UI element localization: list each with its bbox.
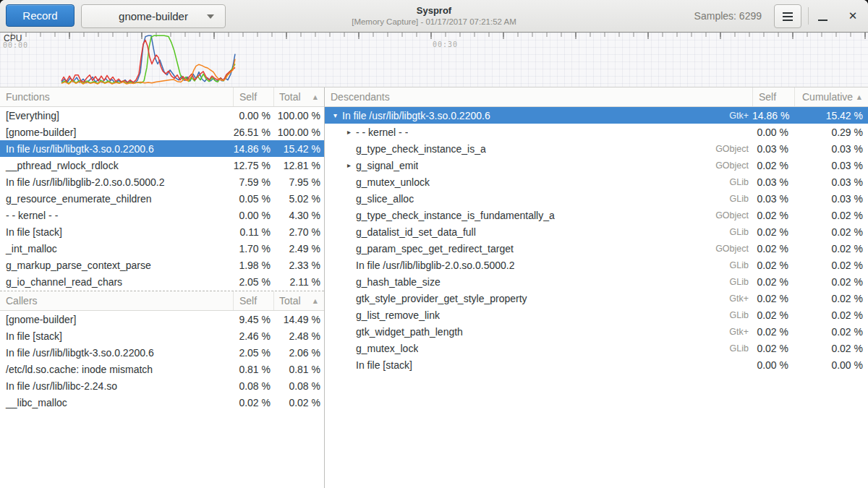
table-row[interactable]: _int_malloc1.70 %2.49 % xyxy=(0,240,324,257)
table-row[interactable]: g_param_spec_get_redirect_targetGObject0… xyxy=(325,240,868,257)
cumulative-percent: 0.03 % xyxy=(794,176,868,188)
table-row[interactable]: g_mutex_lockGLib0.02 %0.02 % xyxy=(325,340,868,356)
table-row[interactable]: In file /usr/lib/libgtk-3.so.0.2200.62.0… xyxy=(0,344,324,361)
table-row[interactable]: - - kernel - -0.00 %4.30 % xyxy=(0,207,324,223)
descendants-table-header: Descendants Self Cumulative ▲ xyxy=(325,87,868,107)
table-row[interactable]: In file [stack]0.00 %0.00 % xyxy=(325,356,868,373)
table-row[interactable]: g_datalist_id_set_data_fullGLib0.02 %0.0… xyxy=(325,223,868,240)
window-title: Sysprof xyxy=(231,5,637,16)
table-row[interactable]: /etc/ld.so.cache: inode mismatch0.81 %0.… xyxy=(0,361,324,377)
function-name: g_mutex_unlock xyxy=(356,176,430,188)
self-percent: 0.02 % xyxy=(752,160,794,171)
self-percent: 0.02 % xyxy=(233,397,273,408)
descendant-name-cell: In file /usr/lib/libglib-2.0.so.0.5000.2 xyxy=(325,260,730,271)
cumulative-percent: 0.02 % xyxy=(794,243,868,254)
function-name: g_hash_table_size xyxy=(356,276,441,288)
descendant-name-cell: g_mutex_lock xyxy=(325,343,730,354)
table-row[interactable]: g_list_remove_linkGLib0.02 %0.02 % xyxy=(325,307,868,323)
close-icon: ✕ xyxy=(848,9,858,22)
function-name: g_slice_alloc xyxy=(356,193,414,205)
table-row[interactable]: ▾In file /usr/lib/libgtk-3.so.0.2200.6Gt… xyxy=(325,107,868,124)
cumulative-percent: 0.03 % xyxy=(794,160,868,171)
table-row[interactable]: g_io_channel_read_chars2.05 %2.11 % xyxy=(0,273,324,290)
table-row[interactable]: In file [stack]2.46 %2.48 % xyxy=(0,328,324,344)
descendants-self-column-header[interactable]: Self xyxy=(752,87,794,106)
function-name: In file /usr/lib/libgtk-3.so.0.2200.6 xyxy=(0,347,233,359)
function-name: g_mutex_lock xyxy=(356,343,418,354)
process-selector-dropdown[interactable]: gnome-builder xyxy=(81,4,226,28)
table-row[interactable]: In file [stack]0.11 %2.70 % xyxy=(0,223,324,240)
record-button[interactable]: Record xyxy=(6,4,75,27)
table-row[interactable]: [gnome-builder]26.51 %100.00 % xyxy=(0,124,324,140)
table-row[interactable]: __libc_malloc0.02 %0.02 % xyxy=(0,394,324,411)
menu-button[interactable] xyxy=(774,4,801,28)
callers-column-header[interactable]: Callers xyxy=(0,291,233,310)
total-percent: 2.33 % xyxy=(273,260,324,271)
expander-open-icon[interactable]: ▾ xyxy=(331,107,340,124)
table-row[interactable]: [Everything]0.00 %100.00 % xyxy=(0,107,324,124)
self-percent: 0.00 % xyxy=(752,359,794,371)
function-name: In file /usr/lib/libgtk-3.so.0.2200.6 xyxy=(342,110,490,121)
cumulative-percent: 0.02 % xyxy=(794,326,868,338)
function-name: [gnome-builder] xyxy=(0,314,233,325)
function-name: /etc/ld.so.cache: inode mismatch xyxy=(0,364,233,375)
table-row[interactable]: In file /usr/lib/libc-2.24.so0.08 %0.08 … xyxy=(0,377,324,394)
callers-self-column-header[interactable]: Self xyxy=(233,291,273,310)
cumulative-percent: 0.02 % xyxy=(794,226,868,238)
table-row[interactable]: [gnome-builder]9.45 %14.49 % xyxy=(0,311,324,328)
table-row[interactable]: g_resource_enumerate_children0.05 %5.02 … xyxy=(0,190,324,207)
cumulative-percent: 0.02 % xyxy=(794,276,868,288)
functions-column-header[interactable]: Functions xyxy=(0,87,233,106)
table-row[interactable]: In file /usr/lib/libglib-2.0.so.0.5000.2… xyxy=(325,257,868,273)
cpu-timeline-graph[interactable]: CPU 00:00 00:30 xyxy=(0,33,868,87)
table-row[interactable]: g_mutex_unlockGLib0.03 %0.03 % xyxy=(325,174,868,190)
minimize-button[interactable] xyxy=(813,7,832,25)
total-percent: 0.02 % xyxy=(273,397,324,408)
expander-closed-icon[interactable]: ▸ xyxy=(344,124,354,140)
cumulative-percent: 0.00 % xyxy=(794,359,868,371)
table-row[interactable]: ▸- - kernel - -0.00 %0.29 % xyxy=(325,124,868,140)
table-row[interactable]: ▸g_signal_emitGObject0.02 %0.03 % xyxy=(325,157,868,174)
table-row[interactable]: __pthread_rwlock_rdlock12.75 %12.81 % xyxy=(0,157,324,174)
close-button[interactable]: ✕ xyxy=(843,7,862,25)
descendant-name-cell: g_param_spec_get_redirect_target xyxy=(325,243,715,254)
function-name: g_io_channel_read_chars xyxy=(0,276,233,288)
self-percent: 0.02 % xyxy=(752,226,794,238)
descendants-column-header[interactable]: Descendants xyxy=(325,87,752,106)
function-name: g_list_remove_link xyxy=(356,309,440,321)
functions-self-column-header[interactable]: Self xyxy=(233,87,273,106)
functions-total-column-header[interactable]: Total ▲ xyxy=(273,87,324,106)
total-percent: 0.08 % xyxy=(273,380,324,392)
cumulative-percent: 0.02 % xyxy=(794,210,868,221)
table-row[interactable]: g_type_check_instance_is_aGObject0.03 %0… xyxy=(325,140,868,157)
table-row[interactable]: gtk_style_provider_get_style_propertyGtk… xyxy=(325,290,868,307)
function-name: [Everything] xyxy=(0,110,233,121)
callers-table-body: [gnome-builder]9.45 %14.49 %In file [sta… xyxy=(0,311,324,411)
function-name: gtk_widget_path_length xyxy=(356,326,463,338)
table-row[interactable]: g_slice_allocGLib0.03 %0.03 % xyxy=(325,190,868,207)
table-row[interactable]: g_hash_table_sizeGLib0.02 %0.02 % xyxy=(325,273,868,290)
function-name: g_markup_parse_context_parse xyxy=(0,260,233,271)
table-row[interactable]: In file /usr/lib/libglib-2.0.so.0.5000.2… xyxy=(0,174,324,190)
function-name: g_type_check_instance_is_fundamentally_a xyxy=(356,210,555,221)
functions-table-body: [Everything]0.00 %100.00 %[gnome-builder… xyxy=(0,107,324,290)
self-percent: 0.08 % xyxy=(233,380,273,392)
expander-closed-icon[interactable]: ▸ xyxy=(344,157,354,174)
table-row[interactable]: In file /usr/lib/libgtk-3.so.0.2200.614.… xyxy=(0,140,324,157)
table-row[interactable]: g_markup_parse_context_parse1.98 %2.33 % xyxy=(0,257,324,273)
cumulative-percent: 0.29 % xyxy=(794,127,868,138)
self-percent: 0.02 % xyxy=(752,293,794,304)
library-tag: GLib xyxy=(730,177,752,187)
descendants-cumulative-column-header[interactable]: Cumulative ▲ xyxy=(794,87,868,106)
function-name: gtk_style_provider_get_style_property xyxy=(356,293,527,304)
total-percent: 100.00 % xyxy=(273,110,324,121)
descendant-name-cell: gtk_widget_path_length xyxy=(325,326,729,338)
library-tag: Gtk+ xyxy=(729,327,752,337)
function-name: __pthread_rwlock_rdlock xyxy=(0,160,233,171)
right-panel: Descendants Self Cumulative ▲ ▾In file /… xyxy=(325,87,868,488)
table-row[interactable]: gtk_widget_path_lengthGtk+0.02 %0.02 % xyxy=(325,323,868,340)
self-percent: 0.02 % xyxy=(752,309,794,321)
self-percent: 2.05 % xyxy=(233,347,273,359)
table-row[interactable]: g_type_check_instance_is_fundamentally_a… xyxy=(325,207,868,223)
callers-total-column-header[interactable]: Total ▲ xyxy=(273,291,324,310)
